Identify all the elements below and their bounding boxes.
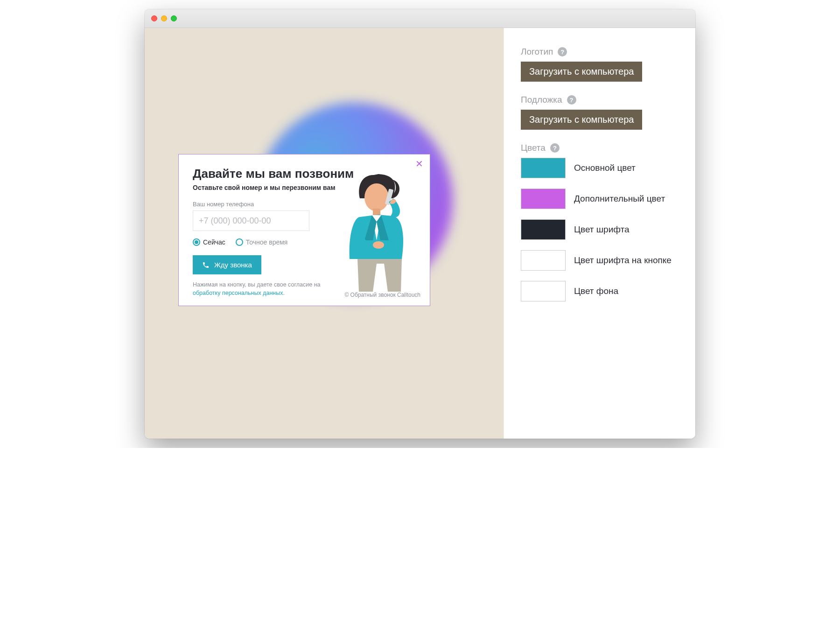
color-row: Цвет шрифта на кнопке <box>521 250 679 271</box>
consent-text: Нажимая на кнопку, вы даете свое согласи… <box>193 281 323 297</box>
phone-input[interactable]: +7 (000) 000-00-00 <box>193 210 309 231</box>
help-icon[interactable]: ? <box>558 47 567 56</box>
upload-logo-button[interactable]: Загрузить с компьютера <box>521 62 642 82</box>
color-row: Дополнительный цвет <box>521 189 679 209</box>
color-label: Цвет шрифта <box>574 224 630 235</box>
color-row: Цвет фона <box>521 281 679 301</box>
svg-point-0 <box>364 183 389 211</box>
svg-point-3 <box>373 241 384 249</box>
radio-now[interactable]: Сейчас <box>193 238 225 246</box>
background-label-text: Подложка <box>521 95 562 105</box>
widget-copyright: © Обратный звонок Calltouch <box>344 292 420 298</box>
preview-pane: ✕ Давайте мы вам позвоним Оставьте свой … <box>145 28 504 439</box>
color-swatch[interactable] <box>521 250 566 271</box>
phone-icon <box>202 261 210 269</box>
svg-rect-1 <box>373 209 380 215</box>
color-label: Цвет шрифта на кнопке <box>574 255 672 266</box>
phone-placeholder: +7 (000) 000-00-00 <box>199 216 271 226</box>
settings-sidebar: Логотип ? Загрузить с компьютера Подложк… <box>504 28 695 439</box>
color-row: Основной цвет <box>521 158 679 178</box>
color-swatch[interactable] <box>521 189 566 209</box>
mac-window: ✕ Давайте мы вам позвоним Оставьте свой … <box>145 9 695 439</box>
upload-background-button[interactable]: Загрузить с компьютера <box>521 110 642 130</box>
color-swatch[interactable] <box>521 219 566 240</box>
help-icon[interactable]: ? <box>550 143 560 153</box>
window-zoom-button[interactable] <box>171 15 177 21</box>
color-swatch[interactable] <box>521 281 566 301</box>
call-button-label: Жду звонка <box>214 261 252 269</box>
colors-section-label: Цвета ? <box>521 143 679 153</box>
window-close-button[interactable] <box>151 15 157 21</box>
consent-prefix: Нажимая на кнопку, вы даете свое согласи… <box>193 281 321 288</box>
window-minimize-button[interactable] <box>161 15 167 21</box>
color-label: Дополнительный цвет <box>574 194 665 204</box>
callback-widget: ✕ Давайте мы вам позвоним Оставьте свой … <box>178 154 430 306</box>
logo-section-label: Логотип ? <box>521 47 679 57</box>
close-icon[interactable]: ✕ <box>415 159 423 168</box>
colors-label-text: Цвета <box>521 143 546 153</box>
color-swatch[interactable] <box>521 158 566 178</box>
radio-exact-time[interactable]: Точное время <box>236 238 288 246</box>
call-button[interactable]: Жду звонка <box>193 255 261 274</box>
color-row: Цвет шрифта <box>521 219 679 240</box>
color-label: Цвет фона <box>574 286 618 296</box>
radio-now-label: Сейчас <box>203 238 225 246</box>
radio-unselected-icon <box>236 238 243 246</box>
color-label: Основной цвет <box>574 163 636 173</box>
background-section-label: Подложка ? <box>521 95 679 105</box>
help-icon[interactable]: ? <box>567 95 576 105</box>
consent-link[interactable]: обработку персональных данных. <box>193 290 285 296</box>
radio-exact-label: Точное время <box>246 238 288 246</box>
person-illustration <box>332 170 425 292</box>
titlebar <box>145 9 695 28</box>
radio-selected-icon <box>193 238 200 246</box>
logo-label-text: Логотип <box>521 47 553 57</box>
